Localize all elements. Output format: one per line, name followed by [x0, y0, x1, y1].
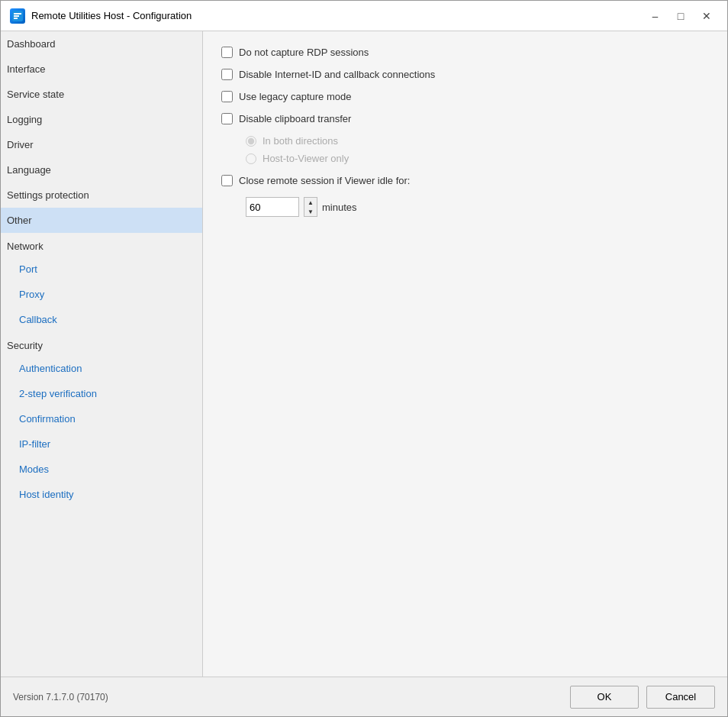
legacy-capture-label: Use legacy capture mode	[239, 91, 351, 102]
sidebar-item-modes[interactable]: Modes	[1, 457, 202, 482]
disable-clipboard-checkbox[interactable]	[221, 113, 233, 124]
idle-decrement-button[interactable]: ▼	[304, 207, 317, 216]
sidebar-item-confirmation[interactable]: Confirmation	[1, 406, 202, 431]
sidebar-item-driver[interactable]: Driver	[1, 132, 202, 157]
window-controls: ‒ □ ✕	[643, 7, 718, 25]
sidebar-item-proxy[interactable]: Proxy	[1, 282, 202, 307]
radio-both-directions-row: In both directions	[246, 135, 709, 147]
disable-iid-checkbox[interactable]	[221, 69, 233, 80]
minutes-label: minutes	[322, 202, 357, 213]
disable-iid-label: Disable Internet-ID and callback connect…	[239, 69, 435, 80]
app-icon	[10, 8, 25, 24]
version-text: Version 7.1.7.0 (70170)	[13, 692, 108, 702]
sidebar-item-host-identity[interactable]: Host identity	[1, 482, 202, 507]
sidebar-item-logging[interactable]: Logging	[1, 107, 202, 132]
both-directions-label: In both directions	[263, 135, 338, 147]
sidebar-item-ip-filter[interactable]: IP-filter	[1, 431, 202, 457]
sidebar-item-service-state[interactable]: Service state	[1, 82, 202, 107]
sidebar-section-security: Security	[1, 332, 202, 356]
content-area: Dashboard Interface Service state Loggin…	[1, 31, 727, 677]
disable-clipboard-label: Disable clipboard transfer	[239, 113, 351, 124]
titlebar: Remote Utilities Host - Configuration ‒ …	[1, 1, 727, 31]
idle-option-row: Close remote session if Viewer idle for:	[221, 175, 709, 186]
idle-minutes-input[interactable]: 60	[246, 197, 299, 217]
bottom-buttons: OK Cancel	[570, 686, 715, 709]
sidebar: Dashboard Interface Service state Loggin…	[1, 31, 203, 677]
idle-increment-button[interactable]: ▲	[304, 198, 317, 207]
no-rdp-checkbox[interactable]	[221, 47, 233, 58]
maximize-button[interactable]: □	[669, 7, 692, 25]
titlebar-left: Remote Utilities Host - Configuration	[10, 8, 192, 24]
idle-spinner-wrapper: 60 ▲ ▼ minutes	[246, 197, 709, 217]
window-title: Remote Utilities Host - Configuration	[31, 10, 192, 21]
option-disable-clipboard-row: Disable clipboard transfer	[221, 113, 709, 124]
sidebar-item-interface[interactable]: Interface	[1, 57, 202, 82]
idle-spinner-arrows: ▲ ▼	[304, 197, 317, 217]
no-rdp-label: Do not capture RDP sessions	[239, 47, 369, 58]
sidebar-item-2step[interactable]: 2-step verification	[1, 381, 202, 406]
minimize-button[interactable]: ‒	[643, 7, 666, 25]
option-no-rdp-row: Do not capture RDP sessions	[221, 47, 709, 58]
ok-button[interactable]: OK	[570, 686, 639, 709]
host-to-viewer-radio[interactable]	[246, 153, 256, 164]
sidebar-item-callback[interactable]: Callback	[1, 307, 202, 332]
radio-host-to-viewer-row: Host-to-Viewer only	[246, 153, 709, 164]
main-window: Remote Utilities Host - Configuration ‒ …	[0, 0, 728, 717]
main-panel: Do not capture RDP sessions Disable Inte…	[203, 31, 727, 677]
option-disable-iid-row: Disable Internet-ID and callback connect…	[221, 69, 709, 80]
sidebar-item-other[interactable]: Other	[1, 208, 202, 233]
bottom-bar: Version 7.1.7.0 (70170) OK Cancel	[1, 677, 727, 716]
sidebar-item-language[interactable]: Language	[1, 157, 202, 182]
svg-rect-2	[14, 15, 19, 17]
legacy-capture-checkbox[interactable]	[221, 91, 233, 102]
sidebar-section-network: Network	[1, 233, 202, 257]
sidebar-item-dashboard[interactable]: Dashboard	[1, 31, 202, 57]
sidebar-item-settings-protection[interactable]: Settings protection	[1, 182, 202, 208]
sidebar-item-port[interactable]: Port	[1, 257, 202, 282]
close-idle-checkbox[interactable]	[221, 175, 233, 186]
option-legacy-row: Use legacy capture mode	[221, 91, 709, 102]
cancel-button[interactable]: Cancel	[646, 686, 715, 709]
clipboard-radio-group: In both directions Host-to-Viewer only	[246, 135, 709, 164]
sidebar-item-authentication[interactable]: Authentication	[1, 356, 202, 381]
close-button[interactable]: ✕	[695, 7, 718, 25]
both-directions-radio[interactable]	[246, 136, 256, 147]
close-idle-label: Close remote session if Viewer idle for:	[239, 175, 410, 186]
svg-rect-3	[14, 18, 18, 19]
host-to-viewer-label: Host-to-Viewer only	[263, 153, 349, 164]
svg-rect-1	[14, 13, 21, 15]
